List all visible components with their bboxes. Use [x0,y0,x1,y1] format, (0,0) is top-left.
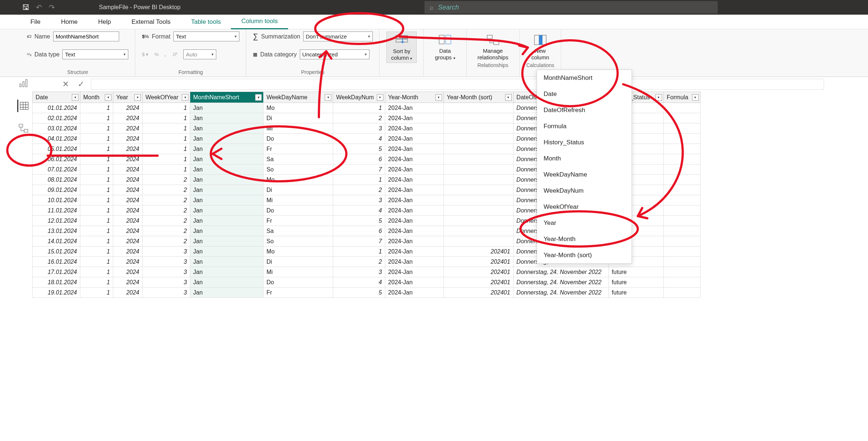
column-filter-icon[interactable]: ▾ [72,94,78,101]
group-caption-formatting: Formatting [142,69,239,77]
ribbon-tab-help[interactable]: Help [88,15,121,29]
sort-icon [394,33,409,48]
column-header-year-month[interactable]: Year-Month▾ [385,92,444,103]
datatype-icon: ¹²₃ [27,52,32,57]
report-view-button[interactable] [17,77,30,89]
sort-by-column-menu[interactable]: MonthNameShortDateDateOfRefreshFormulaHi… [537,70,632,264]
sort-menu-item-monthnameshort[interactable]: MonthNameShort [537,70,632,86]
redo-icon[interactable]: ↷ [49,3,55,12]
search-box[interactable]: ⌕ [424,1,718,14]
currency-button[interactable]: $ ▾ [142,52,148,57]
column-filter-icon[interactable]: ▾ [134,94,141,101]
category-select[interactable]: Uncategorized▾ [300,49,369,59]
percent-button[interactable]: % [154,52,159,57]
datatype-select[interactable]: Text▾ [62,49,128,59]
data-groups-button[interactable]: Data groups ▾ [430,32,459,62]
svg-rect-11 [20,102,28,110]
search-input[interactable] [438,4,713,11]
group-caption-calculations: Calculations [526,62,554,70]
svg-rect-10 [26,79,27,87]
svg-rect-2 [439,35,444,44]
category-icon: ▦ [253,52,257,57]
ribbon-tabs: FileHomeHelpExternal ToolsTable toolsCol… [0,15,868,29]
sort-menu-item-history-status[interactable]: History_Status [537,134,632,151]
svg-rect-16 [19,124,23,127]
ribbon-group-relationships: Manage relationships Relationships [467,29,520,77]
sort-menu-item-weekdayname[interactable]: WeekDayName [537,167,632,183]
column-filter-icon[interactable]: ▾ [655,94,662,101]
sigma-icon: ∑ [253,32,258,41]
name-label: Name [34,33,50,40]
formula-commit-button[interactable]: ✓ [76,79,87,90]
sort-menu-item-month[interactable]: Month [537,151,632,167]
view-switcher [15,77,32,135]
column-filter-icon[interactable]: ▾ [105,94,111,101]
format-select[interactable]: Text▾ [173,32,239,41]
table-row[interactable]: 17.01.2024120243JanMi32024-Jan202401Donn… [33,267,700,277]
undo-icon[interactable]: ↶ [36,3,42,12]
column-filter-icon[interactable]: ▾ [255,94,262,101]
column-filter-icon[interactable]: ▾ [692,94,699,101]
svg-rect-9 [23,82,24,87]
ribbon-group-properties: ∑ Summarization Don't summarize▾ ▦ Data … [246,29,380,77]
formula-input[interactable] [91,79,824,90]
svg-rect-3 [446,35,451,44]
ribbon-group-formatting: $% Format Text▾ $ ▾ % , .0⁰ Auto▾ Format… [135,29,246,77]
formula-bar: ✕ ✓ [36,78,824,91]
sort-by-column-button[interactable]: Sort by column ▾ [386,32,417,63]
sort-menu-item-formula[interactable]: Formula [537,118,632,134]
ribbon-tab-external-tools[interactable]: External Tools [121,15,181,29]
data-groups-icon [438,33,452,48]
data-grid[interactable]: Date▾Month▾Year▾WeekOfYear▾MonthNameShor… [32,92,868,441]
table-row[interactable]: 18.01.2024120243JanDo42024-Jan202401Donn… [33,277,700,288]
datatype-label: Data type [34,51,59,58]
sort-menu-item-weekdaynum[interactable]: WeekDayNum [537,183,632,199]
sort-menu-item-year[interactable]: Year [537,215,632,231]
column-header-weekdaynum[interactable]: WeekDayNum▾ [333,92,385,103]
auto-decimals[interactable]: Auto▾ [183,49,216,59]
model-view-button[interactable] [17,122,30,135]
sort-menu-item-weekofyear[interactable]: WeekOfYear [537,199,632,215]
search-icon: ⌕ [430,4,434,11]
ribbon-tab-table-tools[interactable]: Table tools [181,15,231,29]
summarization-select[interactable]: Don't summarize▾ [303,32,373,41]
data-view-button[interactable] [17,100,30,112]
column-filter-icon[interactable]: ▾ [182,94,188,101]
column-header-formula[interactable]: Formula▾ [663,92,700,103]
new-column-button[interactable]: New column [526,32,554,62]
format-label: Format [152,33,170,40]
tag-icon: 🏷︎ [27,34,32,39]
svg-rect-5 [494,41,499,45]
sort-menu-item-date[interactable]: Date [537,86,632,102]
column-filter-icon[interactable]: ▾ [435,94,442,101]
column-filter-icon[interactable]: ▾ [505,94,512,101]
sort-menu-item-year-month-sort-[interactable]: Year-Month (sort) [537,247,632,263]
formula-cancel-button[interactable]: ✕ [60,79,71,90]
ribbon-tab-file[interactable]: File [20,15,51,29]
sort-menu-item-year-month[interactable]: Year-Month [537,231,632,247]
column-filter-icon[interactable]: ▾ [377,94,383,101]
column-header-weekdayname[interactable]: WeekDayName▾ [264,92,333,103]
ribbon-tab-column-tools[interactable]: Column tools [231,15,288,29]
svg-rect-4 [487,35,492,39]
save-icon[interactable]: 🖫 [22,3,29,12]
column-header-year[interactable]: Year▾ [113,92,143,103]
column-filter-icon[interactable]: ▾ [325,94,331,101]
column-name-input[interactable] [53,32,119,41]
column-header-month[interactable]: Month▾ [80,92,113,103]
sort-menu-item-dateofrefresh[interactable]: DateOfRefresh [537,102,632,118]
thousands-button[interactable]: , [165,52,166,57]
manage-relationships-button[interactable]: Manage relationships [473,32,513,62]
column-header-monthnameshort[interactable]: MonthNameShort▾ [190,92,264,103]
table-row[interactable]: 19.01.2024120243JanFr52024-Jan202401Donn… [33,288,700,298]
column-header-date[interactable]: Date▾ [33,92,80,103]
decimals-button[interactable]: .0⁰ [172,52,178,57]
group-caption-properties: Properties [253,69,373,77]
column-header-year-month-sort-[interactable]: Year-Month (sort)▾ [444,92,513,103]
format-icon: $% [142,34,149,39]
column-header-weekofyear[interactable]: WeekOfYear▾ [143,92,190,103]
svg-rect-0 [396,36,408,38]
ribbon-body: 🏷︎ Name ¹²₃ Data type Text▾ Structure $%… [0,29,868,77]
ribbon-tab-home[interactable]: Home [51,15,88,29]
new-column-icon [533,33,548,48]
